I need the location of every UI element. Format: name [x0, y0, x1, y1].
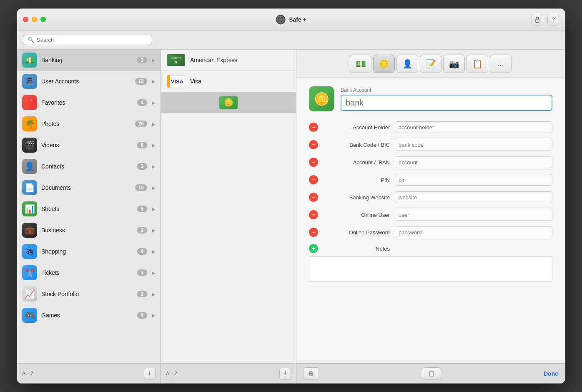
sidebar-label-documents: Documents	[41, 184, 131, 191]
favorites-chevron-icon: ▶	[152, 101, 156, 105]
app-title: Safe +	[289, 16, 306, 23]
done-button[interactable]: Done	[544, 370, 558, 377]
field-row-online-user: − Online User	[309, 209, 552, 221]
photos-chevron-icon: ▶	[152, 122, 156, 126]
sidebar-badge-business: 2	[137, 227, 147, 234]
account-iban-input[interactable]	[395, 156, 552, 168]
sidebar-label-contacts: Contacts	[41, 163, 133, 170]
pin-input[interactable]	[395, 174, 552, 186]
sidebar-item-photos[interactable]: 🌴 Photos 26 ▶	[17, 113, 161, 135]
list-item-visa[interactable]: VISA Visa	[161, 71, 296, 92]
bank-code-input[interactable]	[395, 139, 552, 151]
middle-footer: A→Z +	[161, 363, 296, 383]
notes-label: Notes	[323, 246, 390, 252]
maximize-button[interactable]	[40, 17, 46, 22]
notes-textarea[interactable]	[309, 256, 552, 281]
sidebar-add-button[interactable]: +	[144, 368, 156, 379]
banking-website-input[interactable]	[395, 191, 552, 203]
sidebar-item-business[interactable]: 💼 Business 2 ▶	[17, 220, 161, 241]
stock-chevron-icon: ▶	[152, 292, 156, 297]
sidebar-badge-tickets: 3	[137, 269, 147, 276]
help-button[interactable]: ?	[547, 14, 559, 25]
games-chevron-icon: ▶	[152, 313, 156, 318]
account-iban-label: Account / IBAN	[323, 159, 390, 166]
sidebar-item-contacts[interactable]: 👤 Contacts 3 ▶	[17, 156, 161, 177]
sidebar-badge-videos: 6	[137, 142, 147, 148]
online-password-label: Online Password	[323, 229, 390, 236]
titlebar: Safe + ?	[17, 9, 565, 30]
sidebar-item-sheets[interactable]: 📊 Sheets 5 ▶	[17, 199, 161, 220]
detail-content: 🪙 Bank Account − Account Holder − Bank C…	[296, 78, 565, 363]
detail-toolbar: 💵 🪙 👤 📝 📷 📋 ...	[296, 50, 565, 78]
notes-section: + Notes	[309, 244, 552, 283]
remove-account-holder-button[interactable]: −	[309, 123, 318, 132]
coins-icon: 🪙	[379, 59, 389, 69]
traffic-lights	[23, 17, 46, 22]
videos-icon: 🎬	[22, 138, 37, 153]
search-icon: 🔍	[28, 37, 34, 43]
contacts-chevron-icon: ▶	[152, 164, 156, 169]
remove-banking-website-button[interactable]: −	[309, 193, 318, 202]
middle-add-button[interactable]: +	[279, 368, 291, 379]
field-row-account-holder: − Account Holder	[309, 121, 552, 133]
sidebar-badge-banking: 3	[137, 57, 147, 63]
sidebar-item-banking[interactable]: 💵 Banking 3 ▶	[17, 50, 161, 71]
list-item-new[interactable]: 🪙	[161, 92, 296, 113]
search-input[interactable]	[37, 37, 148, 43]
field-row-account-iban: − Account / IBAN	[309, 156, 552, 168]
toolbar-camera-button[interactable]: 📷	[443, 55, 465, 73]
paste-icon: 📋	[428, 370, 435, 377]
sidebar-item-tickets[interactable]: ✂️ Tickets 3 ▶	[17, 262, 161, 284]
photos-icon: 🌴	[22, 116, 37, 131]
toolbar-more-button[interactable]: ...	[490, 55, 512, 73]
sidebar-item-favorites[interactable]: ❤️ Favorites 4 ▶	[17, 92, 161, 113]
toolbar-coins-button[interactable]: 🪙	[373, 55, 395, 73]
camera-icon: 📷	[449, 59, 459, 69]
online-user-input[interactable]	[395, 209, 552, 221]
sidebar-badge-photos: 26	[135, 121, 147, 127]
sidebar-item-stock-portfolio[interactable]: 📈 Stock Portfolio 2 ▶	[17, 284, 161, 305]
remove-pin-button[interactable]: −	[309, 175, 318, 184]
remove-online-password-button[interactable]: −	[309, 228, 318, 237]
close-button[interactable]	[23, 17, 28, 22]
remove-account-iban-button[interactable]: −	[309, 158, 318, 167]
lock-button[interactable]	[532, 14, 543, 25]
online-password-input[interactable]	[395, 226, 552, 238]
account-holder-input[interactable]	[395, 121, 552, 133]
middle-sort-button[interactable]: A→Z	[166, 371, 177, 377]
sidebar-item-user-accounts[interactable]: 🖥 User Accounts 12 ▶	[17, 71, 161, 92]
add-notes-button[interactable]: +	[309, 244, 318, 253]
sidebar-item-videos[interactable]: 🎬 Videos 6 ▶	[17, 135, 161, 156]
toolbar-note-button[interactable]: 📝	[420, 55, 442, 73]
sidebar-label-tickets: Tickets	[41, 269, 133, 276]
copy-button[interactable]: ⎘	[303, 367, 319, 380]
detail-footer: ⎘ 📋 Done	[296, 363, 565, 383]
banking-website-label: Banking Website	[323, 194, 390, 201]
sidebar-badge-documents: 15	[135, 184, 147, 191]
user-accounts-icon: 🖥	[22, 74, 37, 89]
titlebar-right: ?	[532, 14, 559, 25]
minimize-button[interactable]	[32, 17, 37, 22]
paste-button[interactable]: 📋	[422, 367, 441, 380]
bank-name-input[interactable]	[341, 95, 552, 111]
toolbar-file-button[interactable]: 📋	[467, 55, 488, 73]
sidebar-list: 💵 Banking 3 ▶ 🖥 User Accounts 12 ▶ ❤️ Fa…	[17, 50, 161, 363]
toolbar-person-button[interactable]: 👤	[396, 55, 418, 73]
middle-panel: AMER $ American Express VISA Visa	[161, 50, 296, 383]
detail-panel: 💵 🪙 👤 📝 📷 📋 ...	[296, 50, 565, 383]
sidebar-sort-button[interactable]: A→Z	[22, 371, 33, 377]
sidebar-item-documents[interactable]: 📄 Documents 15 ▶	[17, 177, 161, 199]
remove-bank-code-button[interactable]: −	[309, 140, 318, 149]
online-user-label: Online User	[323, 212, 390, 218]
sidebar-footer: A→Z +	[17, 363, 161, 383]
sidebar-item-games[interactable]: 🎮 Games 4 ▶	[17, 305, 161, 326]
new-item-coins-icon: 🪙	[224, 98, 233, 107]
list-item-amex[interactable]: AMER $ American Express	[161, 50, 296, 71]
remove-online-user-button[interactable]: −	[309, 210, 318, 219]
toolbar-card-button[interactable]: 💵	[350, 55, 371, 73]
field-row-banking-website: − Banking Website	[309, 191, 552, 203]
sidebar-item-shopping[interactable]: 🛍 Shopping 4 ▶	[17, 241, 161, 262]
amex-mid-text: $	[175, 60, 177, 64]
visa-text: VISA	[171, 78, 183, 85]
help-icon: ?	[552, 16, 554, 23]
